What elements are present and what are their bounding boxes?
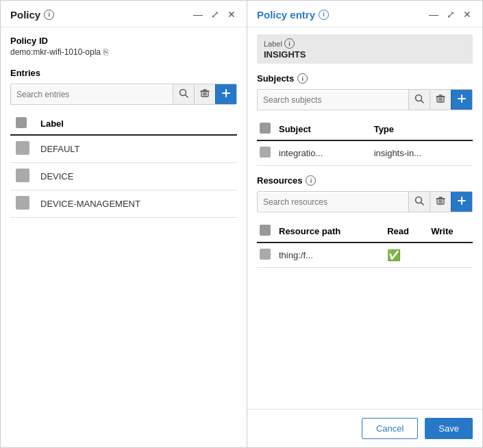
policy-id-value: demo:mkr-wifi-1010-opla ⎘ — [10, 47, 237, 57]
read-col-header: Read — [384, 221, 428, 242]
left-panel-body: Policy ID demo:mkr-wifi-1010-opla ⎘ Entr… — [1, 27, 247, 447]
label-section-title: Label i — [264, 38, 466, 49]
copy-icon[interactable]: ⎘ — [103, 47, 108, 57]
row-checkbox[interactable] — [260, 147, 271, 158]
write-value — [428, 242, 473, 268]
subject-col-header: Subject — [276, 119, 371, 140]
subjects-tbody: integratio... insights-in... — [257, 140, 473, 166]
read-check-icon: ✅ — [387, 249, 401, 261]
entries-search-button[interactable] — [173, 84, 194, 104]
footer-actions: Cancel Save — [247, 409, 482, 447]
label-section-value: INSIGHTS — [264, 49, 466, 60]
read-value: ✅ — [384, 242, 428, 268]
resources-header-checkbox[interactable] — [260, 225, 271, 236]
entries-header-row: Label — [10, 113, 237, 135]
resources-tbody: thing:/f... ✅ — [257, 242, 473, 268]
entries-tbody: DEFAULT DEVICE DEVICE-MANAGEMENT — [10, 135, 237, 218]
entries-checkbox-header — [10, 113, 35, 135]
left-expand-button[interactable]: ⤢ — [210, 8, 221, 21]
right-panel-body: Label i INSIGHTS Subjects i — [247, 27, 482, 409]
policy-entry-title-text: Policy entry — [257, 9, 315, 21]
left-panel-header: Policy i — ⤢ ✕ — [1, 1, 247, 27]
resources-section-title: Resources i — [257, 175, 473, 186]
entries-add-button[interactable] — [215, 84, 236, 104]
subjects-table: Subject Type integratio... insights-in..… — [257, 119, 473, 166]
entries-header-checkbox[interactable] — [16, 117, 27, 128]
entry-label: DEVICE — [35, 163, 237, 190]
subjects-header-row: Subject Type — [257, 119, 473, 140]
entry-label: DEFAULT — [35, 135, 237, 163]
type-col-header: Type — [371, 119, 473, 140]
label-info-icon[interactable]: i — [284, 38, 295, 49]
right-panel-header: Policy entry i — ⤢ ✕ — [247, 1, 482, 27]
resources-table: Resource path Read Write thing:/f... ✅ — [257, 221, 473, 268]
resources-info-icon[interactable]: i — [306, 175, 316, 186]
left-panel-title: Policy i — [10, 9, 54, 21]
svg-line-21 — [421, 203, 424, 206]
entries-table: Label DEFAULT DEVICE DEVICE-MANAGEMENT — [10, 113, 237, 218]
left-minimize-button[interactable]: — — [192, 8, 204, 21]
policy-entry-info-icon[interactable]: i — [319, 10, 329, 20]
entries-label-header: Label — [35, 113, 237, 135]
resources-header-row: Resource path Read Write — [257, 221, 473, 242]
resources-delete-button[interactable] — [430, 192, 451, 212]
policy-info-icon[interactable]: i — [44, 10, 54, 20]
right-minimize-button[interactable]: — — [428, 8, 440, 21]
entries-delete-button[interactable] — [194, 84, 215, 104]
table-row[interactable]: DEVICE — [10, 163, 237, 190]
left-panel: Policy i — ⤢ ✕ Policy ID demo:mkr-wifi-1… — [1, 1, 247, 447]
subjects-search-button[interactable] — [408, 90, 430, 110]
right-panel-actions: — ⤢ ✕ — [428, 8, 473, 21]
search-entries-input[interactable] — [11, 86, 173, 103]
cancel-button[interactable]: Cancel — [362, 418, 418, 439]
resources-search-bar — [257, 191, 473, 212]
row-checkbox[interactable] — [16, 196, 29, 210]
subjects-info-icon[interactable]: i — [297, 73, 308, 84]
subject-value: integratio... — [276, 140, 371, 166]
table-row[interactable]: integratio... insights-in... — [257, 140, 473, 166]
search-subjects-input[interactable] — [258, 91, 408, 109]
search-resources-input[interactable] — [258, 193, 408, 211]
svg-line-11 — [421, 101, 424, 103]
resource-path-col-header: Resource path — [276, 221, 384, 242]
subjects-search-bar — [257, 89, 473, 110]
subjects-checkbox-header — [257, 119, 276, 140]
table-row[interactable]: DEFAULT — [10, 135, 237, 163]
row-checkbox[interactable] — [260, 249, 271, 260]
policy-title-text: Policy — [10, 9, 40, 21]
save-button[interactable]: Save — [425, 418, 473, 439]
entries-label: Entries — [10, 68, 237, 78]
resources-add-button[interactable] — [451, 192, 472, 212]
left-panel-actions: — ⤢ ✕ — [192, 8, 237, 21]
svg-line-1 — [186, 95, 188, 98]
entry-label: DEVICE-MANAGEMENT — [35, 190, 237, 218]
row-checkbox[interactable] — [16, 169, 29, 182]
left-close-button[interactable]: ✕ — [226, 8, 237, 21]
right-close-button[interactable]: ✕ — [462, 8, 473, 21]
label-section: Label i INSIGHTS — [257, 34, 473, 64]
subjects-delete-button[interactable] — [430, 90, 451, 110]
policy-id-label: Policy ID — [10, 36, 237, 46]
row-checkbox[interactable] — [16, 141, 29, 155]
resource-path-value: thing:/f... — [276, 242, 384, 268]
entries-search-bar — [10, 84, 237, 105]
table-row[interactable]: thing:/f... ✅ — [257, 242, 473, 268]
resources-checkbox-header — [257, 221, 276, 242]
type-value: insights-in... — [371, 140, 473, 166]
subjects-header-checkbox[interactable] — [260, 123, 271, 134]
right-panel-title: Policy entry i — [257, 9, 329, 21]
right-expand-button[interactable]: ⤢ — [445, 8, 456, 21]
right-panel: Policy entry i — ⤢ ✕ Label i INSIGHTS Su… — [247, 1, 482, 447]
subjects-section-title: Subjects i — [257, 73, 473, 84]
resources-search-button[interactable] — [408, 192, 430, 212]
table-row[interactable]: DEVICE-MANAGEMENT — [10, 190, 237, 218]
write-col-header: Write — [428, 221, 473, 242]
subjects-add-button[interactable] — [451, 90, 472, 110]
